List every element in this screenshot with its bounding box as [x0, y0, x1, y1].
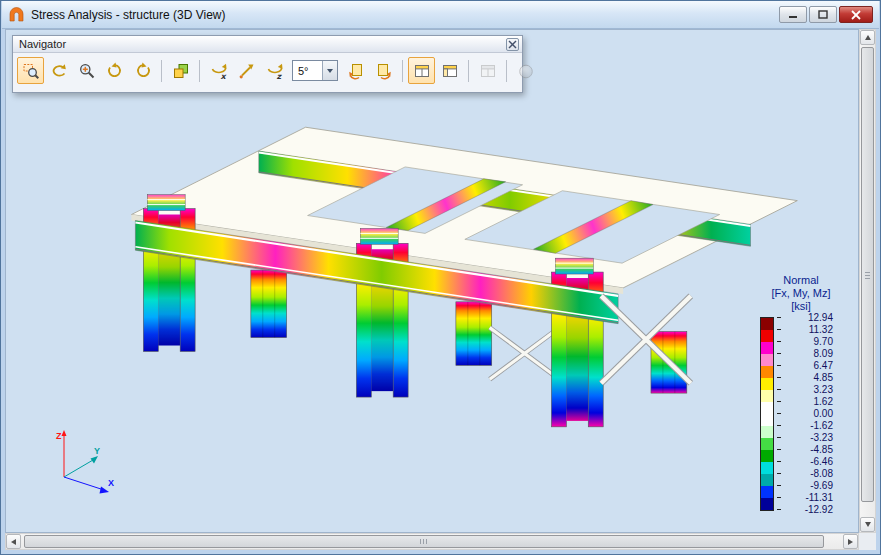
beam-end[interactable] — [555, 258, 593, 274]
full-model-view-icon — [517, 62, 535, 80]
toolbar-separator — [506, 60, 507, 82]
horizontal-scrollbar[interactable] — [5, 533, 859, 550]
legend-band — [761, 378, 773, 390]
legend-band — [761, 366, 773, 378]
legend-value: -11.31 — [783, 492, 833, 503]
legend-tick — [777, 497, 781, 498]
legend-band — [761, 342, 773, 354]
legend-value: 12.94 — [783, 312, 833, 323]
y-axis — [64, 460, 93, 477]
legend-value: 1.62 — [783, 396, 833, 407]
legend-band — [761, 330, 773, 342]
rotate-x-letter: x — [220, 71, 227, 80]
toolbar-separator — [402, 60, 403, 82]
legend-value: -12.92 — [783, 504, 833, 515]
rotate-about-z-button[interactable]: z — [261, 57, 288, 84]
orbit-button[interactable] — [45, 57, 72, 84]
scroll-up-icon — [865, 35, 871, 40]
close-button[interactable] — [839, 6, 873, 23]
legend-band — [761, 402, 773, 414]
x-axis — [64, 477, 104, 490]
view-parallel-button[interactable] — [436, 57, 463, 84]
legend-tick — [777, 365, 781, 366]
navigator-titlebar[interactable]: Navigator — [13, 36, 522, 53]
legend-colorbar — [760, 317, 774, 511]
legend-tick — [777, 449, 781, 450]
scroll-left-icon — [11, 539, 16, 545]
legend-band — [761, 498, 773, 510]
scroll-down-icon — [865, 522, 871, 527]
legend-value: -6.46 — [783, 456, 833, 467]
full-model-view-button — [512, 57, 539, 84]
titlebar[interactable]: Stress Analysis - structure (3D View) — [2, 1, 879, 29]
legend-value: 6.47 — [783, 360, 833, 371]
zoom-window-button[interactable] — [17, 57, 44, 84]
orbit-icon — [50, 62, 68, 80]
toolbar-separator — [161, 60, 162, 82]
vertical-scrollbar[interactable] — [859, 29, 876, 533]
legend-band — [761, 450, 773, 462]
model-3d-view[interactable] — [6, 30, 858, 532]
legend-value: 3.23 — [783, 384, 833, 395]
navigator-close-button[interactable] — [506, 38, 519, 51]
minimize-button[interactable] — [779, 6, 807, 23]
chevron-down-icon — [322, 61, 337, 80]
display-layers-button[interactable] — [167, 57, 194, 84]
navigator-panel[interactable]: Navigator — [12, 35, 523, 93]
legend-band — [761, 486, 773, 498]
toolbar-separator — [199, 60, 200, 82]
legend-title: Normal — [758, 274, 844, 287]
view-isometric-button[interactable] — [408, 57, 435, 84]
rotate-left-icon — [347, 62, 365, 80]
legend-tick — [777, 461, 781, 462]
rear-column[interactable] — [456, 302, 492, 365]
legend-tick — [777, 317, 781, 318]
vertical-scroll-thumb[interactable] — [861, 47, 874, 502]
client-area: Navigator — [5, 29, 876, 550]
beam-end[interactable] — [360, 228, 398, 244]
free-rotation-icon — [238, 62, 256, 80]
legend-subtitle: [Fx, My, Mz] — [758, 287, 844, 300]
rotate-view-ccw-button[interactable] — [101, 57, 128, 84]
rotate-view-cw-button[interactable] — [129, 57, 156, 84]
legend-tick — [777, 401, 781, 402]
zoom-window-icon — [22, 62, 40, 80]
horizontal-scroll-thumb[interactable] — [24, 535, 824, 548]
canvas[interactable]: Navigator — [5, 29, 859, 533]
maximize-button[interactable] — [809, 6, 837, 23]
navigator-toolbar: x z — [13, 53, 522, 88]
axis-triad: Z Y X — [44, 424, 124, 504]
rotate-left-button[interactable] — [342, 57, 369, 84]
view-plane-button — [474, 57, 501, 84]
legend-band — [761, 318, 773, 330]
scroll-left-button[interactable] — [6, 534, 21, 549]
toolbar-separator — [468, 60, 469, 82]
legend-value: 0.00 — [783, 408, 833, 419]
layers-icon — [172, 62, 190, 80]
thumb-grip-icon — [420, 539, 428, 544]
rear-column[interactable] — [251, 270, 287, 337]
legend-tick — [777, 509, 781, 510]
scroll-up-button[interactable] — [860, 30, 875, 45]
legend-value: 4.85 — [783, 372, 833, 383]
rotate-about-x-button[interactable]: x — [205, 57, 232, 84]
zoom-in-button[interactable] — [73, 57, 100, 84]
legend-tick — [777, 341, 781, 342]
scroll-right-button[interactable] — [843, 534, 858, 549]
y-axis-label: Y — [94, 446, 100, 456]
zoom-in-icon — [78, 62, 96, 80]
rotation-angle-select[interactable]: 5° — [292, 60, 338, 81]
legend-tick — [777, 389, 781, 390]
close-icon — [850, 10, 862, 20]
app-icon — [8, 6, 25, 23]
z-axis-arrow-icon — [62, 430, 67, 436]
legend-value: -8.08 — [783, 468, 833, 479]
beam-end[interactable] — [147, 195, 185, 211]
bracing[interactable] — [490, 328, 560, 380]
rotate-right-button[interactable] — [370, 57, 397, 84]
scroll-down-button[interactable] — [860, 517, 875, 532]
free-rotation-button[interactable] — [233, 57, 260, 84]
thumb-grip-icon — [865, 272, 870, 279]
z-axis-label: Z — [56, 431, 62, 441]
rotate-about-x-icon: x — [210, 62, 228, 80]
